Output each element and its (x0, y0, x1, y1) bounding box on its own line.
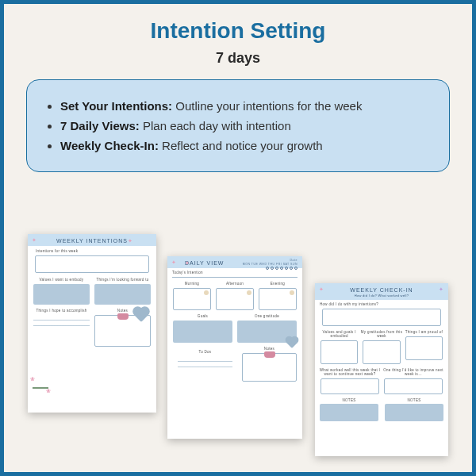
p1-lines-accomplish (33, 315, 90, 326)
plant-icon (33, 368, 48, 408)
p3-label-b2: One thing I'd like to improve next week … (382, 368, 445, 376)
p1-label-accomplish: Things I hope to accomplish (31, 309, 92, 313)
p1-label-forward: Things I'm looking forward to (92, 278, 153, 282)
preview-weekly-checkin: WEEKLY CHECK-IN How did I do? What worke… (315, 283, 448, 456)
p1-label-intentions: Intentions for this week (36, 249, 152, 253)
preview-daily-view: DAILY VIEW Date MON TUE WED THU FRI SAT … (167, 256, 302, 439)
p2-label-morning: Morning (171, 282, 213, 286)
preview-pages: WEEKLY INTENTIONS Intentions for this we… (4, 210, 472, 472)
p3-box-t3 (405, 336, 443, 360)
info-box: Set Your Intentions: Outline your intent… (26, 79, 450, 172)
preview-weekly-intentions: WEEKLY INTENTIONS Intentions for this we… (28, 234, 156, 413)
clip-icon (264, 351, 275, 358)
bullet-3: Weekly Check-In: Reflect and notice your… (60, 139, 432, 152)
p3-label-t3: Things I am proud of (403, 330, 445, 334)
p2-label-afternoon: Afternoon (213, 282, 256, 286)
p3-label-n2: NOTES (382, 398, 447, 402)
p3-label-q1: How did I do with my intentions? (320, 302, 443, 306)
bullet-2: 7 Daily Views: Plan each day with intent… (60, 119, 432, 132)
p2-box-morning (173, 288, 211, 310)
page3-heading: WEEKLY CHECK-IN How did I do? What worke… (315, 283, 448, 300)
p2-label-goals: Goals (171, 314, 235, 318)
p3-box-b2 (384, 378, 443, 394)
p3-box-t1 (321, 340, 358, 364)
p1-box-intentions (35, 255, 149, 273)
p3-box-q1 (322, 309, 441, 326)
p2-box-evening (259, 288, 297, 310)
p3-box-n1 (320, 404, 378, 421)
p3-box-b1 (321, 378, 379, 394)
page-title: Intention Setting (4, 18, 472, 44)
page1-heading: WEEKLY INTENTIONS (28, 234, 156, 246)
p1-box-values (33, 284, 90, 305)
p3-label-b1: What worked well this week that I want t… (318, 368, 382, 376)
p2-days: Date MON TUE WED THU FRI SAT SUN (243, 259, 298, 270)
page2-heading: DAILY VIEW Date MON TUE WED THU FRI SAT … (167, 256, 302, 268)
p3-box-n2 (385, 404, 443, 421)
p1-box-forward (94, 284, 151, 305)
page-subtitle: 7 days (4, 50, 472, 67)
p2-label-notes: Notes (240, 347, 299, 351)
p2-lines-todos (178, 356, 232, 372)
p2-box-goals (173, 321, 232, 343)
p2-box-afternoon (216, 288, 254, 310)
p1-label-values: Values I want to embody (31, 278, 92, 282)
p3-label-n1: NOTES (317, 398, 382, 402)
p3-label-t2: My gratitudes from this week (360, 330, 402, 338)
bullet-1: Set Your Intentions: Outline your intent… (60, 99, 432, 113)
p3-box-t2 (363, 340, 400, 364)
p2-label-evening: Evening (256, 282, 299, 286)
p2-label-gratitude: One gratitude (235, 314, 299, 318)
p3-label-t1: Values and goals I embodied (318, 330, 360, 338)
clip-icon (117, 313, 129, 320)
p2-label-todos: To Dos (175, 350, 235, 354)
